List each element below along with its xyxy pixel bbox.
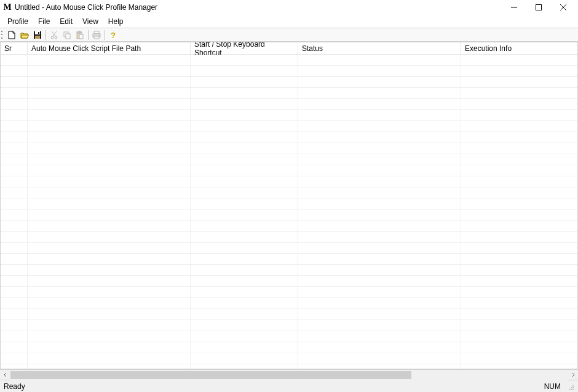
table-cell (1, 364, 28, 369)
scroll-right-arrow-icon[interactable] (568, 370, 578, 380)
help-icon: ? (109, 31, 117, 39)
table-cell (461, 88, 577, 98)
table-cell (298, 221, 461, 231)
column-header-shortcut[interactable]: Start / Stop Keyboard Shortcut (191, 42, 298, 54)
column-header-status[interactable]: Status (298, 42, 461, 54)
table-cell (1, 320, 28, 331)
table-cell (1, 254, 28, 264)
table-cell (191, 121, 298, 131)
menu-view[interactable]: View (77, 16, 103, 27)
table-row[interactable] (1, 110, 577, 121)
table-row[interactable] (1, 364, 577, 369)
table-cell (298, 287, 461, 297)
table-cell (1, 309, 28, 319)
table-row[interactable] (1, 187, 577, 198)
table-cell (298, 55, 461, 65)
horizontal-scrollbar[interactable] (0, 369, 578, 380)
table-row[interactable] (1, 154, 577, 165)
table-row[interactable] (1, 309, 577, 320)
copy-button[interactable] (61, 29, 73, 41)
toolbar-separator (46, 30, 46, 40)
table-row[interactable] (1, 66, 577, 77)
table-cell (1, 210, 28, 220)
table-cell (191, 165, 298, 176)
table-row[interactable] (1, 276, 577, 287)
help-button[interactable]: ? (107, 29, 119, 41)
table-row[interactable] (1, 298, 577, 309)
table-cell (191, 254, 298, 264)
table-row[interactable] (1, 121, 577, 132)
table-row[interactable] (1, 77, 577, 88)
table-row[interactable] (1, 165, 577, 176)
svg-rect-7 (38, 32, 39, 34)
menu-help[interactable]: Help (103, 16, 129, 27)
column-header-path[interactable]: Auto Mouse Click Script File Path (28, 42, 191, 54)
minimize-button[interactable] (502, 0, 526, 15)
close-button[interactable] (551, 0, 576, 15)
cut-button[interactable] (48, 29, 60, 41)
table-cell (1, 187, 28, 198)
table-cell (28, 88, 191, 98)
scroll-left-arrow-icon[interactable] (0, 370, 10, 380)
table-cell (1, 276, 28, 286)
table-row[interactable] (1, 265, 577, 276)
table-cell (461, 99, 577, 109)
table-cell (298, 66, 461, 76)
table-cell (298, 243, 461, 253)
svg-point-25 (571, 387, 572, 388)
toolbar: ? (0, 28, 578, 42)
new-button[interactable] (6, 29, 18, 41)
table-cell (298, 165, 461, 176)
table-row[interactable] (1, 353, 577, 364)
table-row[interactable] (1, 132, 577, 143)
toolbar-separator (88, 30, 89, 40)
table-row[interactable] (1, 243, 577, 254)
table-cell (461, 353, 577, 364)
menu-file[interactable]: File (33, 16, 55, 27)
table-cell (1, 154, 28, 165)
column-header-sr[interactable]: Sr (1, 42, 28, 54)
svg-point-11 (55, 36, 57, 39)
menu-edit[interactable]: Edit (55, 16, 77, 27)
print-button[interactable] (90, 29, 103, 41)
scroll-thumb[interactable] (10, 371, 411, 379)
table-cell (28, 132, 191, 143)
table-cell (191, 287, 298, 297)
table-cell (461, 342, 577, 353)
table-cell (461, 132, 577, 143)
resize-grip[interactable] (566, 382, 574, 391)
paste-button[interactable] (74, 29, 86, 41)
table-row[interactable] (1, 254, 577, 265)
table-row[interactable] (1, 320, 577, 331)
table-cell (1, 221, 28, 231)
table-row[interactable] (1, 287, 577, 298)
table-cell (191, 320, 298, 331)
maximize-button[interactable] (526, 0, 551, 15)
table-row[interactable] (1, 88, 577, 99)
table-row[interactable] (1, 221, 577, 232)
menu-profile[interactable]: Profile (2, 16, 33, 27)
table-row[interactable] (1, 176, 577, 187)
table-row[interactable] (1, 99, 577, 110)
table-row[interactable] (1, 210, 577, 221)
table-row[interactable] (1, 342, 577, 353)
table-row[interactable] (1, 55, 577, 66)
table-row[interactable] (1, 198, 577, 210)
svg-point-10 (51, 36, 53, 39)
svg-rect-17 (94, 31, 99, 34)
scroll-track[interactable] (10, 370, 568, 380)
table-row[interactable] (1, 331, 577, 342)
table-cell (191, 221, 298, 231)
table-cell (298, 265, 461, 275)
table-body[interactable] (1, 55, 577, 369)
window-controls (502, 0, 576, 15)
save-button[interactable] (31, 29, 44, 41)
table-cell (1, 198, 28, 209)
menubar: Profile File Edit View Help (0, 15, 578, 28)
table-row[interactable] (1, 232, 577, 243)
open-button[interactable] (18, 29, 31, 41)
column-header-exec[interactable]: Execution Info (461, 42, 577, 54)
table-cell (28, 287, 191, 297)
table-row[interactable] (1, 143, 577, 154)
open-icon (20, 31, 29, 39)
